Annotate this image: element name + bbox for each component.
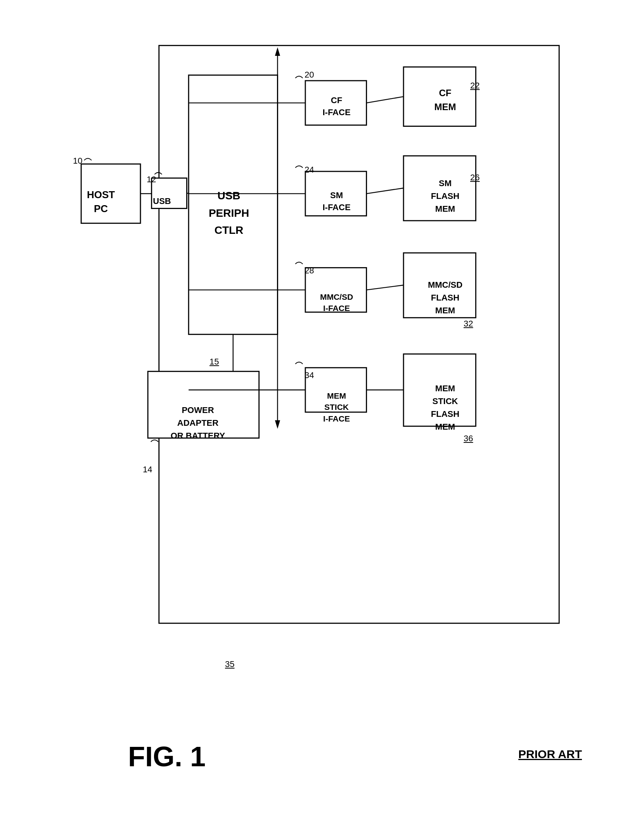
figure-label: FIG. 1 — [128, 741, 206, 772]
cf-mem-label: CFMEM — [435, 86, 456, 114]
svg-line-28 — [367, 285, 404, 290]
svg-rect-11 — [403, 253, 476, 318]
mmcsd-iface-label: MMC/SDI-FACE — [320, 291, 353, 314]
svg-rect-7 — [305, 268, 367, 312]
sm-iface-ref: 24 — [305, 165, 314, 175]
prior-art-label: PRIOR ART — [518, 748, 582, 761]
svg-line-27 — [367, 188, 404, 194]
sm-iface-box: SMI-FACE — [305, 178, 369, 225]
svg-rect-1 — [189, 75, 277, 335]
mmcsd-iface-box: MMC/SDI-FACE — [305, 279, 369, 326]
memstick-iface-ref: 34 — [305, 370, 314, 380]
usb-box: USB — [144, 185, 180, 217]
memstick-iface-label: MEMSTICKI-FACE — [323, 390, 350, 424]
svg-rect-9 — [403, 67, 476, 126]
svg-rect-12 — [403, 354, 476, 426]
host-pc-box: HOSTPC — [70, 171, 132, 233]
mmcsd-iface-ref: 28 — [305, 266, 314, 276]
usb-periph-ctlr-box: USBPERIPHCTLR — [182, 78, 275, 349]
sm-mem-label: SMFLASHMEM — [431, 177, 459, 215]
memstick-mem-ref: 36 — [464, 434, 473, 444]
usb-label: USB — [153, 196, 171, 206]
svg-rect-5 — [305, 81, 367, 125]
svg-marker-17 — [275, 420, 280, 429]
svg-rect-8 — [305, 368, 367, 412]
svg-line-26 — [367, 97, 404, 103]
cf-mem-ref: 22 — [470, 81, 480, 91]
host-pc-ref: 10 — [73, 156, 82, 166]
svg-marker-16 — [275, 47, 280, 56]
usb-ref: 12 — [147, 175, 156, 185]
power-ref: 14 — [143, 465, 152, 475]
svg-rect-6 — [305, 171, 367, 216]
cf-mem-box: CFMEM — [407, 69, 483, 131]
cf-iface-label: CFI-FACE — [322, 95, 350, 119]
mmcsd-mem-label: MMC/SDFLASHMEM — [428, 278, 462, 317]
usb-periph-ctlr-label: USBPERIPHCTLR — [209, 187, 249, 239]
cf-iface-box: CFI-FACE — [305, 83, 369, 130]
svg-rect-0 — [159, 45, 559, 623]
outer-box-ref: 35 — [225, 659, 234, 669]
svg-rect-3 — [152, 178, 187, 208]
memstick-iface-box: MEMSTICKI-FACE — [305, 384, 369, 430]
power-box: POWERADAPTEROR BATTERY — [140, 388, 256, 458]
svg-rect-10 — [403, 156, 476, 221]
cf-iface-ref: 20 — [305, 70, 314, 80]
mmcsd-mem-ref: 32 — [464, 319, 473, 329]
sm-mem-ref: 26 — [470, 173, 480, 183]
sm-iface-label: SMI-FACE — [322, 190, 350, 214]
power-label: POWERADAPTEROR BATTERY — [171, 404, 225, 442]
periph-ctlr-ref: 15 — [209, 357, 219, 367]
svg-rect-2 — [81, 164, 140, 223]
svg-rect-4 — [148, 371, 259, 438]
memstick-mem-label: MEMSTICKFLASHMEM — [431, 382, 459, 433]
host-pc-label: HOSTPC — [87, 188, 115, 216]
